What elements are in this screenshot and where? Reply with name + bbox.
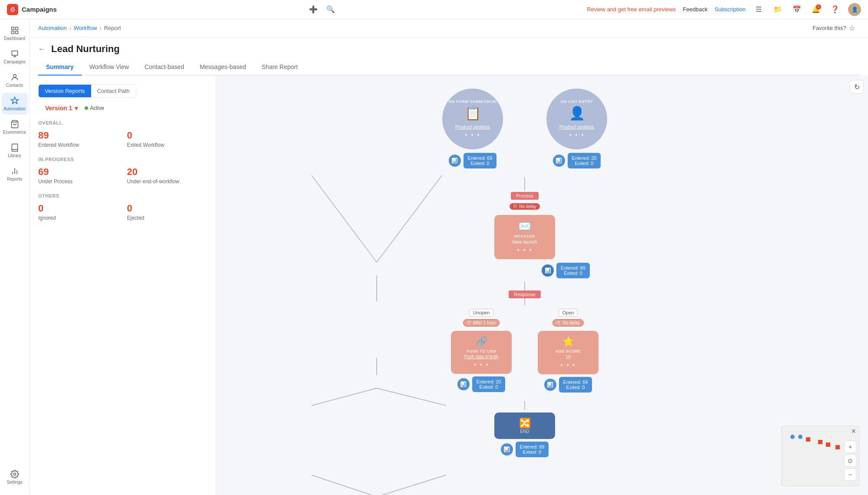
calendar-icon[interactable]: 📅: [791, 3, 803, 16]
svg-point-4: [13, 74, 16, 77]
back-button[interactable]: ←: [38, 45, 45, 53]
branch2-stats: Entered: 69 Exited: 0: [559, 377, 592, 393]
sidebar-bottom: Settings: [2, 466, 28, 495]
end-node[interactable]: 🔀 END 📊 Entered: 89 Exited: 0: [494, 401, 555, 457]
search-button[interactable]: 🔍: [325, 3, 337, 16]
sidebar-item-automation[interactable]: Automation: [2, 93, 28, 115]
version-buttons: Version Reports Contact Path: [38, 84, 136, 98]
breadcrumb-automation[interactable]: Automation: [38, 25, 67, 31]
svg-rect-0: [11, 27, 14, 30]
active-badge: Active: [85, 105, 104, 111]
end-of-workflow-stat: 20 Under end-of-workflow: [127, 166, 207, 185]
trigger1-type-label: ON FORM SUBMISSION: [448, 99, 496, 104]
ejected-desc: Ejected: [127, 215, 207, 221]
svg-rect-2: [15, 31, 18, 34]
trigger1-name[interactable]: Product updates: [455, 124, 490, 129]
favorite-star-icon[interactable]: ☆: [849, 24, 855, 32]
page-header: ← Lead Nurturing Summary Workflow View C…: [30, 37, 868, 76]
help-icon[interactable]: ❓: [829, 3, 841, 16]
trigger1-node[interactable]: ON FORM SUBMISSION 📋 Product updates • •…: [442, 89, 503, 168]
minimap-close-button[interactable]: ✕: [851, 428, 856, 435]
folder-icon[interactable]: 📁: [772, 3, 784, 16]
list-icon[interactable]: ☰: [753, 3, 765, 16]
svg-line-13: [312, 475, 377, 495]
tab-contact-based[interactable]: Contact-based: [137, 59, 192, 76]
tab-workflow-view[interactable]: Workflow View: [82, 59, 137, 76]
minimap: ✕ + ⊙ −: [781, 426, 859, 486]
sidebar-label-contacts: Contacts: [6, 83, 23, 88]
notification-icon[interactable]: 🔔 1: [810, 3, 822, 16]
branch2-chart-button[interactable]: 📊: [544, 379, 556, 391]
sidebar-item-dashboard[interactable]: Dashboard: [2, 23, 28, 44]
page-title: Lead Nurturing: [51, 43, 120, 55]
trigger2-name[interactable]: Product updates: [559, 124, 594, 129]
branch1-chart-button[interactable]: 📊: [457, 378, 470, 390]
contact-path-button[interactable]: Contact Path: [91, 85, 136, 97]
minimap-zoom-out-button[interactable]: −: [844, 469, 856, 481]
trigger1-chart-button[interactable]: 📊: [449, 155, 461, 167]
open-label: Open: [559, 309, 578, 317]
tab-summary[interactable]: Summary: [38, 59, 82, 76]
ejected-stat: 0 Ejected: [127, 203, 207, 221]
branch-open[interactable]: Open ⏱ No delay ⭐ ADD SCORE 15 • • •: [538, 309, 598, 393]
tabs: Summary Workflow View Contact-based Mess…: [38, 59, 859, 76]
workflow-canvas: ↻: [216, 76, 868, 495]
user-avatar[interactable]: 👤: [848, 3, 861, 16]
subscription-button[interactable]: Subscription: [714, 6, 746, 13]
review-link[interactable]: Review and get free email previews: [587, 6, 676, 13]
breadcrumb: Automation › Workflow › Report Favorite …: [30, 19, 868, 37]
message-chart-button[interactable]: 📊: [542, 264, 554, 277]
sidebar-item-ecommerce[interactable]: Ecommerce: [2, 116, 28, 138]
sidebar-item-contacts[interactable]: Contacts: [2, 69, 28, 91]
end-of-workflow-desc: Under end-of-workflow: [127, 178, 207, 185]
feedback-button[interactable]: Feedback: [683, 6, 707, 13]
trigger2-chart-button[interactable]: 📊: [553, 155, 565, 167]
minimap-reset-button[interactable]: ⊙: [844, 455, 856, 467]
favorite-label: Favorite this?: [812, 25, 846, 31]
entered-workflow-stat: 89 Entered Workflow: [38, 130, 118, 148]
sidebar-item-library[interactable]: Library: [2, 140, 28, 162]
message-stats: Entered: 89 Exited: 0: [556, 263, 590, 278]
svg-rect-3: [11, 31, 14, 34]
add-button[interactable]: ➕: [307, 3, 319, 16]
tab-share-report[interactable]: Share Report: [254, 59, 306, 76]
minimap-zoom-in-button[interactable]: +: [844, 441, 856, 453]
end-stats: Entered: 89 Exited: 0: [516, 442, 549, 457]
sidebar-label-campaigns: Campaigns: [3, 59, 26, 64]
sidebar-label-automation: Automation: [3, 106, 26, 111]
exited-workflow-stat: 0 Exited Workflow: [127, 130, 207, 148]
trigger2-stats: Entered: 20 Exited: 0: [568, 153, 601, 168]
sidebar-item-reports[interactable]: Reports: [2, 163, 28, 185]
app-logo-icon: 🎯: [7, 4, 18, 15]
message-delay-badge: ⏱ No delay: [510, 203, 539, 210]
left-panel: Version Reports Contact Path Version 1 ▾…: [30, 76, 216, 495]
unopen-label: Unopen: [469, 309, 494, 317]
message-type: MESSAGE: [514, 234, 536, 238]
branch2-action-node[interactable]: ⭐ ADD SCORE 15 • • •: [538, 331, 598, 374]
app-name: Campaigns: [22, 6, 57, 13]
tab-messages-based[interactable]: Messages-based: [192, 59, 254, 76]
svg-rect-1: [15, 27, 18, 30]
ignored-value: 0: [38, 203, 118, 214]
overall-label: OVERALL: [38, 120, 207, 125]
notification-badge: 1: [816, 4, 821, 10]
trigger1-stats: Entered: 69 Exited: 0: [464, 153, 497, 168]
exited-workflow-desc: Exited Workflow: [127, 142, 207, 148]
end-of-workflow-value: 20: [127, 166, 207, 178]
branch1-action-node[interactable]: 🔗 PUSH TO CRM Push data of both • • •: [451, 331, 512, 374]
breadcrumb-workflow[interactable]: Workflow: [74, 25, 97, 31]
sidebar-item-settings[interactable]: Settings: [2, 466, 28, 488]
trigger2-type-label: ON List ENTRY: [561, 99, 593, 104]
trigger2-node[interactable]: ON List ENTRY 👤 Product updates • • • 📊 …: [546, 89, 607, 168]
under-process-desc: Under Process: [38, 178, 118, 185]
end-chart-button[interactable]: 📊: [501, 443, 513, 455]
version-select[interactable]: Version 1 ▾: [45, 105, 78, 112]
end-node-type: END: [520, 429, 529, 434]
message-node[interactable]: ⏱ No delay ✉️ MESSAGE New launch • • •: [494, 203, 555, 278]
version-reports-button[interactable]: Version Reports: [39, 85, 91, 97]
others-section: OTHERS 0 Ignored 0 Ejected: [38, 193, 207, 221]
branch-unopen[interactable]: Unopen ⏱ After 1 hour 🔗 PUSH TO CRM Push…: [451, 309, 512, 393]
sidebar-item-campaigns[interactable]: Campaigns: [2, 46, 28, 68]
ejected-value: 0: [127, 203, 207, 214]
ignored-desc: Ignored: [38, 215, 118, 221]
